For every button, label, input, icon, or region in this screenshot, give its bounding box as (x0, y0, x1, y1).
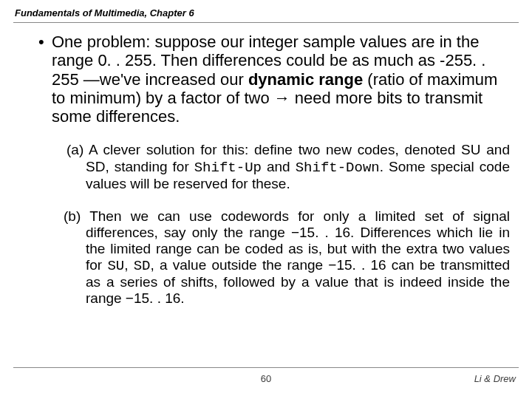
sub-b-t2: , (124, 257, 134, 273)
sub-b-code2: SD (134, 258, 151, 274)
sub-item-b: (b) Then we can use codewords for only a… (22, 208, 510, 307)
sub-item-a: (a) A clever solution for this: define t… (22, 142, 510, 191)
bullet-mark: • (38, 33, 52, 51)
slide-header: Fundamentals of Multimedia, Chapter 6 (15, 7, 517, 21)
page-number: 60 (0, 373, 532, 384)
sub-b-label: (b) (64, 208, 89, 224)
divider-bottom (13, 367, 519, 368)
footer-authors: Li & Drew (474, 373, 516, 384)
sub-a-t2: and (262, 159, 296, 174)
slide-body: •One problem: suppose our integer sample… (22, 33, 510, 307)
sub-a-code2: Shift-Down (296, 160, 380, 176)
slide: Fundamentals of Multimedia, Chapter 6 •O… (0, 0, 532, 399)
sub-b-code1: SU (107, 258, 124, 274)
main-bullet: •One problem: suppose our integer sample… (22, 33, 510, 126)
bullet-text-bold: dynamic range (248, 70, 363, 89)
slide-footer: 60 Li & Drew (0, 373, 532, 394)
header-text: Fundamentals of Multimedia, Chapter 6 (15, 7, 194, 18)
sub-a-label: (a) (66, 142, 89, 157)
sub-a-code1: Shift-Up (194, 160, 262, 176)
divider-top (13, 22, 519, 23)
